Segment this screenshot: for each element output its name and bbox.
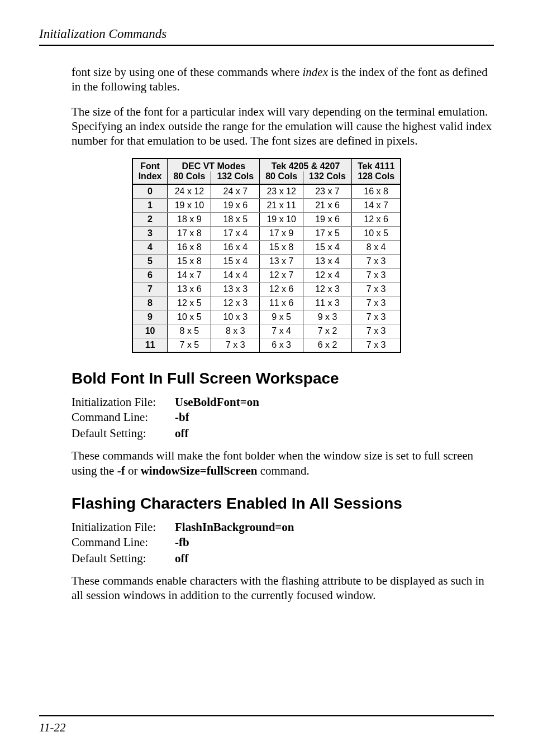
th-dec-132: 132 Cols xyxy=(211,171,260,184)
text: or xyxy=(125,464,141,477)
cell: 10 x 3 xyxy=(211,310,260,324)
def-label: Initialization File: xyxy=(72,395,175,409)
flashing-desc: These commands enable characters with th… xyxy=(72,573,494,603)
table-row: 8 12 x 5 12 x 3 11 x 6 11 x 3 7 x 3 xyxy=(132,296,401,310)
cell: 8 x 3 xyxy=(211,324,260,338)
cell: 7 x 3 xyxy=(351,255,401,269)
cell-idx: 10 xyxy=(132,324,168,338)
cell: 13 x 6 xyxy=(168,283,211,296)
table-row: 10 8 x 5 8 x 3 7 x 4 7 x 2 7 x 3 xyxy=(132,324,401,338)
def-label: Command Line: xyxy=(72,410,175,424)
intro-p1: font size by using one of these commands… xyxy=(72,65,494,94)
def-label: Command Line: xyxy=(72,535,175,549)
table-row: 0 24 x 12 24 x 7 23 x 12 23 x 7 16 x 8 xyxy=(132,184,401,199)
cell: 17 x 5 xyxy=(303,227,352,241)
cell: 18 x 5 xyxy=(211,213,260,227)
cell: 12 x 4 xyxy=(303,269,352,283)
def-row: Initialization File: FlashInBackground=o… xyxy=(72,520,494,534)
def-value: off xyxy=(175,427,189,441)
th-tek4111: Tek 4111 xyxy=(351,159,401,171)
def-label: Default Setting: xyxy=(72,427,175,441)
def-row: Default Setting: off xyxy=(72,427,494,441)
flashing-desc-p: These commands enable characters with th… xyxy=(72,573,494,603)
bold-font-deflist: Initialization File: UseBoldFont=on Comm… xyxy=(72,395,494,441)
cell: 18 x 9 xyxy=(168,213,211,227)
cell: 19 x 6 xyxy=(211,199,260,213)
cell: 12 x 3 xyxy=(303,283,352,296)
cell: 16 x 4 xyxy=(211,241,260,255)
cell: 7 x 3 xyxy=(351,338,401,353)
cell: 6 x 2 xyxy=(303,338,352,353)
intro-p1-index: index xyxy=(302,65,327,79)
cell-idx: 3 xyxy=(132,227,168,241)
cell-idx: 2 xyxy=(132,213,168,227)
cell: 6 x 3 xyxy=(260,338,303,353)
def-value: -bf xyxy=(175,410,189,424)
th-index: Index xyxy=(132,171,168,184)
cell: 7 x 3 xyxy=(351,324,401,338)
page-number: 11-22 xyxy=(39,721,65,734)
cell: 13 x 7 xyxy=(260,255,303,269)
table-row: 11 7 x 5 7 x 3 6 x 3 6 x 2 7 x 3 xyxy=(132,338,401,353)
cell-idx: 7 xyxy=(132,283,168,296)
cell: 12 x 6 xyxy=(351,213,401,227)
def-label: Initialization File: xyxy=(72,520,175,534)
cell-idx: 8 xyxy=(132,296,168,310)
cell-idx: 11 xyxy=(132,338,168,353)
opt-windowsize: windowSize=fullScreen xyxy=(141,464,258,477)
cell: 13 x 3 xyxy=(211,283,260,296)
cell: 24 x 12 xyxy=(168,184,211,199)
def-value: UseBoldFont=on xyxy=(175,395,259,409)
cell: 10 x 5 xyxy=(168,310,211,324)
cell: 23 x 7 xyxy=(303,184,352,199)
cell: 10 x 5 xyxy=(351,227,401,241)
cell: 15 x 8 xyxy=(168,255,211,269)
def-row: Command Line: -fb xyxy=(72,535,494,549)
cell: 7 x 3 xyxy=(351,283,401,296)
table-row: 6 14 x 7 14 x 4 12 x 7 12 x 4 7 x 3 xyxy=(132,269,401,283)
cell: 11 x 6 xyxy=(260,296,303,310)
table-row: 5 15 x 8 15 x 4 13 x 7 13 x 4 7 x 3 xyxy=(132,255,401,269)
cell: 9 x 3 xyxy=(303,310,352,324)
cell: 23 x 12 xyxy=(260,184,303,199)
cell: 16 x 8 xyxy=(351,184,401,199)
th-dec: DEC VT Modes xyxy=(168,159,260,171)
cell: 19 x 6 xyxy=(303,213,352,227)
cell: 21 x 6 xyxy=(303,199,352,213)
text: command. xyxy=(257,464,309,477)
def-row: Command Line: -bf xyxy=(72,410,494,424)
cell: 17 x 8 xyxy=(168,227,211,241)
cell: 7 x 4 xyxy=(260,324,303,338)
cell: 15 x 4 xyxy=(211,255,260,269)
cell: 24 x 7 xyxy=(211,184,260,199)
cell: 21 x 11 xyxy=(260,199,303,213)
font-size-table: Font DEC VT Modes Tek 4205 & 4207 Tek 41… xyxy=(132,158,402,353)
th-tek4111-128: 128 Cols xyxy=(351,171,401,184)
cell: 15 x 4 xyxy=(303,241,352,255)
cell: 7 x 3 xyxy=(211,338,260,353)
page-footer: 11-22 xyxy=(39,715,494,735)
cell-idx: 1 xyxy=(132,199,168,213)
cell: 17 x 9 xyxy=(260,227,303,241)
intro-p2: The size of the font for a particular in… xyxy=(72,104,494,149)
cell: 19 x 10 xyxy=(260,213,303,227)
table-row: 9 10 x 5 10 x 3 9 x 5 9 x 3 7 x 3 xyxy=(132,310,401,324)
cell: 7 x 5 xyxy=(168,338,211,353)
th-tek4205: Tek 4205 & 4207 xyxy=(260,159,352,171)
intro-block: font size by using one of these commands… xyxy=(72,65,494,148)
heading-flashing: Flashing Characters Enabled In All Sessi… xyxy=(72,495,494,513)
cell: 9 x 5 xyxy=(260,310,303,324)
cell-idx: 4 xyxy=(132,241,168,255)
cell: 16 x 8 xyxy=(168,241,211,255)
cell: 15 x 8 xyxy=(260,241,303,255)
def-value: off xyxy=(175,552,189,566)
bold-font-desc: These commands will make the font bolder… xyxy=(72,448,494,478)
cell-idx: 0 xyxy=(132,184,168,199)
cell: 7 x 3 xyxy=(351,296,401,310)
cell: 13 x 4 xyxy=(303,255,352,269)
page: Initialization Commands font size by usi… xyxy=(0,0,533,756)
th-tek-80: 80 Cols xyxy=(260,171,303,184)
table-row: 4 16 x 8 16 x 4 15 x 8 15 x 4 8 x 4 xyxy=(132,241,401,255)
table-row: 2 18 x 9 18 x 5 19 x 10 19 x 6 12 x 6 xyxy=(132,213,401,227)
cell: 12 x 6 xyxy=(260,283,303,296)
